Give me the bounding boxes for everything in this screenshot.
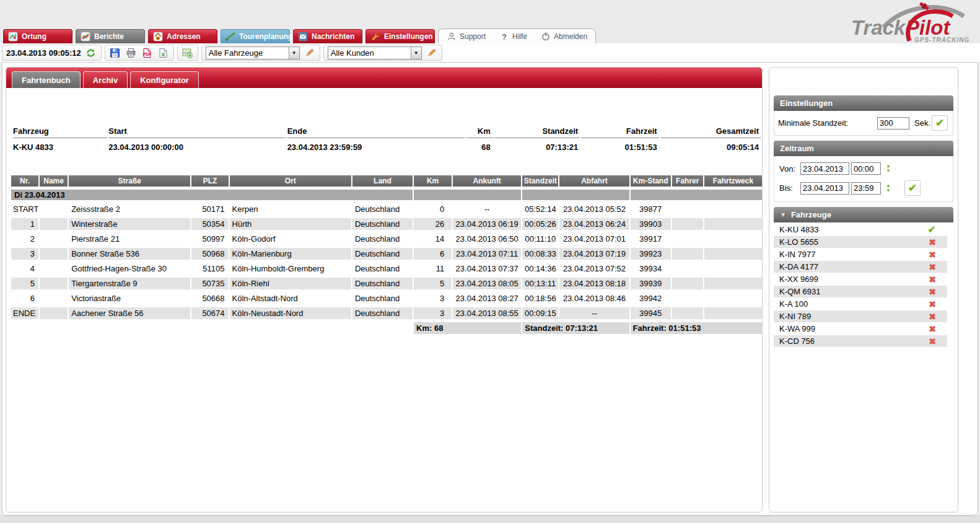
trip-cell: --	[559, 307, 629, 319]
vehicle-filter-select[interactable]: Alle Fahrzeuge ▼	[206, 46, 300, 59]
trip-cell: Deutschland	[352, 218, 413, 230]
vehicle-row[interactable]: K-LO 5655✖	[774, 236, 947, 248]
vehicle-row[interactable]: K-KU 4833✔	[774, 224, 947, 235]
trip-cell: Köln-Marienburg	[230, 248, 351, 260]
nav-tab-ortung[interactable]: Ortung	[3, 29, 72, 43]
vehicle-row[interactable]: K-DA 4177✖	[774, 261, 947, 273]
nav-tab-adressen[interactable]: Adressen	[148, 29, 217, 43]
vehicle-filter-value: Alle Fahrzeuge	[206, 47, 289, 59]
settings-panel-header: Einstellungen	[774, 95, 953, 111]
vehicle-deselect-x-icon[interactable]: ✖	[929, 250, 936, 260]
column-header-land: Land	[352, 175, 413, 187]
chart-icon	[81, 32, 90, 42]
trip-cell	[672, 248, 703, 260]
vehicle-deselect-x-icon[interactable]: ✖	[929, 275, 936, 284]
von-date-input[interactable]	[800, 162, 849, 175]
trip-cell: Victoriastraße	[69, 292, 190, 304]
vehicle-name: K-A 100	[779, 299, 808, 309]
edit-customer-filter-pencil-icon[interactable]	[426, 47, 438, 58]
nav-tab-einstellungen[interactable]: Einstellungen	[365, 29, 435, 43]
arrow-down-icon[interactable]: ▼	[886, 188, 891, 193]
min-standzeit-input[interactable]	[877, 117, 909, 130]
refresh-icon[interactable]	[85, 47, 97, 58]
trip-cell: 39942	[631, 292, 671, 304]
trip-cell	[40, 292, 68, 304]
trip-cell	[704, 292, 762, 304]
vehicle-row[interactable]: K-NI 789✖	[774, 310, 947, 322]
trip-cell: START	[11, 203, 38, 215]
trip-cell: 0	[414, 203, 452, 215]
group-cell: Di 23.04.2013	[11, 190, 413, 200]
edit-vehicle-filter-pencil-icon[interactable]	[304, 47, 316, 58]
apply-settings-button[interactable]: ✔	[932, 115, 948, 131]
column-header-km-stand: Km-Stand	[631, 175, 671, 187]
svg-text:Pilot: Pilot	[906, 16, 952, 39]
vehicle-deselect-x-icon[interactable]: ✖	[929, 324, 936, 334]
print-icon[interactable]	[125, 47, 138, 58]
dropdown-arrow-icon[interactable]: ▼	[289, 47, 299, 59]
vehicle-row[interactable]: K-IN 7977✖	[774, 248, 947, 260]
arrow-down-icon[interactable]: ▼	[886, 169, 891, 174]
trip-cell: 50668	[191, 292, 228, 304]
map-add-icon[interactable]	[182, 47, 194, 58]
fahrzeuge-panel-header[interactable]: ▼ Fahrzeuge	[774, 207, 953, 222]
route-icon	[225, 32, 235, 42]
group-cell	[414, 190, 521, 200]
excel-icon[interactable]: X	[157, 47, 170, 58]
trip-cell: 00:05:26	[522, 218, 558, 230]
vehicle-deselect-x-icon[interactable]: ✖	[929, 262, 936, 272]
trip-cell: 00:09:15	[522, 307, 558, 319]
vehicle-deselect-x-icon[interactable]: ✖	[929, 237, 936, 247]
column-header-stra-e: Straße	[69, 175, 190, 187]
summary-gesamtzeit: 09:05:14	[660, 138, 761, 152]
von-time-stepper[interactable]: ▲▼	[886, 164, 891, 174]
zeitraum-panel-title: Zeitraum	[780, 144, 814, 153]
nav-tab-berichte[interactable]: Berichte	[76, 29, 145, 43]
nav-tab-label: Nachrichten	[312, 32, 354, 41]
vehicle-row[interactable]: K-A 100✖	[774, 298, 947, 310]
vehicle-row[interactable]: K-WA 999✖	[774, 323, 947, 335]
tab-konfigurator[interactable]: Konfigurator	[130, 71, 199, 88]
column-header-nr-: Nr.	[11, 175, 38, 187]
utility-label: Abmelden	[554, 32, 587, 41]
trip-cell: 23.04.2013 07:19	[559, 248, 629, 260]
vehicle-row[interactable]: K-XX 9699✖	[774, 273, 947, 285]
trip-cell	[704, 218, 762, 230]
tab-fahrtenbuch[interactable]: Fahrtenbuch	[12, 71, 81, 88]
bis-time-stepper[interactable]: ▲▼	[886, 183, 891, 193]
vehicle-selected-check-icon[interactable]: ✔	[928, 224, 936, 235]
trip-cell: 05:52:14	[522, 203, 558, 215]
vehicle-row[interactable]: K-QM 6931✖	[774, 286, 947, 297]
trip-cell: Bonner Straße 536	[69, 248, 190, 260]
utility-abmelden[interactable]: Abmelden	[541, 32, 587, 42]
trip-cell: Deutschland	[352, 307, 413, 319]
bis-time-input[interactable]	[851, 182, 881, 195]
trip-cell: Gottfried-Hagen-Straße 30	[69, 263, 190, 275]
customer-filter-select[interactable]: Alle Kunden ▼	[328, 46, 422, 59]
bis-date-input[interactable]	[800, 182, 849, 195]
trip-row: 3Bonner Straße 53650968Köln-MarienburgDe…	[11, 248, 762, 260]
trackpilot-logo: Track Pilot GPS-TRACKING	[847, 1, 971, 46]
vehicle-row[interactable]: K-CD 756✖	[774, 335, 947, 347]
nav-tab-tourenplanung[interactable]: Tourenplanung	[221, 29, 290, 43]
von-time-input[interactable]	[851, 162, 881, 175]
vehicle-deselect-x-icon[interactable]: ✖	[929, 299, 936, 309]
group-cell	[522, 190, 629, 200]
trip-cell: 3	[11, 248, 38, 260]
tab-archiv[interactable]: Archiv	[83, 71, 128, 88]
vehicle-deselect-x-icon[interactable]: ✖	[929, 287, 936, 297]
trip-cell	[40, 263, 68, 275]
dropdown-arrow-icon[interactable]: ▼	[411, 47, 421, 59]
utility-hilfe[interactable]: ?Hilfe	[499, 32, 527, 42]
nav-tab-nachrichten[interactable]: Nachrichten	[293, 29, 362, 43]
trip-cell: 50354	[191, 218, 228, 230]
apply-zeitraum-button[interactable]: ✔	[904, 180, 921, 196]
column-header-name: Name	[40, 175, 68, 187]
power-icon	[541, 32, 551, 42]
trip-cell: Köln-Humboldt-Gremberg	[230, 263, 351, 275]
pdf-icon[interactable]: PDF	[141, 47, 154, 58]
vehicle-deselect-x-icon[interactable]: ✖	[929, 312, 936, 322]
vehicle-deselect-x-icon[interactable]: ✖	[929, 336, 936, 346]
save-icon[interactable]	[109, 47, 121, 58]
utility-support[interactable]: Support	[447, 32, 486, 42]
